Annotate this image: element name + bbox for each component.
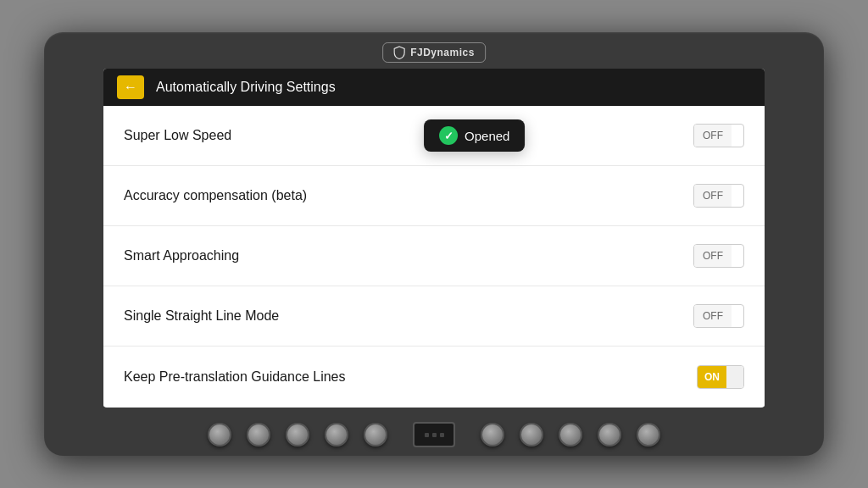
dot-2 [432,433,437,437]
brand-label: FJDynamics [382,42,486,63]
popup-check-icon: ✓ [439,126,458,145]
setting-label-accuracy: Accuracy compensation (beta) [124,188,307,203]
toggle-off-label: OFF [694,125,732,147]
toggle-accuracy[interactable]: OFF [693,184,744,208]
setting-row-super-low-speed: Super Low Speed ✓ Opened OFF [103,106,765,166]
screen: ← Automatically Driving Settings Super L… [103,69,765,408]
center-connector [413,422,455,447]
shield-icon [393,46,405,59]
toggle-on-label-keep: ON [698,366,726,388]
settings-list: Super Low Speed ✓ Opened OFF Accuracy co… [103,106,765,407]
back-button[interactable]: ← [117,75,144,99]
toggle-on-knob [726,366,743,388]
setting-label-keep-pre: Keep Pre-translation Guidance Lines [124,369,346,385]
popup-text: Opened [465,129,509,143]
dot-1 [425,433,429,437]
toggle-super-low-speed[interactable]: OFF [693,124,744,147]
toggle-off-label-smart: OFF [694,245,732,267]
dot-3 [440,433,444,437]
screen-header: ← Automatically Driving Settings [103,69,765,106]
device: FJDynamics ← Automatically Driving Setti… [44,32,824,456]
connector-dots [425,433,444,437]
setting-label-super-low-speed: Super Low Speed [124,128,231,143]
connector-9 [598,423,621,446]
connector-row [44,422,824,447]
toggle-off-label-accuracy: OFF [694,185,732,207]
toggle-keep-pre[interactable]: ON [697,365,744,389]
connector-4 [325,423,348,446]
popup-badge: ✓ Opened [424,119,525,152]
toggle-off-label-single: OFF [694,305,732,327]
back-arrow-icon: ← [124,80,137,94]
connector-1 [208,423,231,446]
toggle-smart-approaching[interactable]: OFF [693,244,744,268]
connector-group-right [481,423,660,446]
connector-8 [559,423,582,446]
connector-2 [247,423,270,446]
setting-row-accuracy: Accuracy compensation (beta) OFF [103,166,765,226]
setting-row-smart-approaching: Smart Approaching OFF [103,226,765,286]
brand-text: FJDynamics [410,47,475,58]
toggle-single-straight[interactable]: OFF [693,304,744,328]
setting-row-single-straight: Single Straight Line Mode OFF [103,286,765,347]
setting-row-keep-pre: Keep Pre-translation Guidance Lines ON [103,347,765,407]
connector-7 [520,423,543,446]
connector-3 [286,423,309,446]
connector-6 [481,423,504,446]
connector-10 [637,423,660,446]
page-title: Automatically Driving Settings [156,80,336,95]
connector-5 [364,423,387,446]
connector-group-left [208,423,387,446]
setting-label-smart-approaching: Smart Approaching [124,248,239,263]
setting-label-single-straight: Single Straight Line Mode [124,308,279,324]
